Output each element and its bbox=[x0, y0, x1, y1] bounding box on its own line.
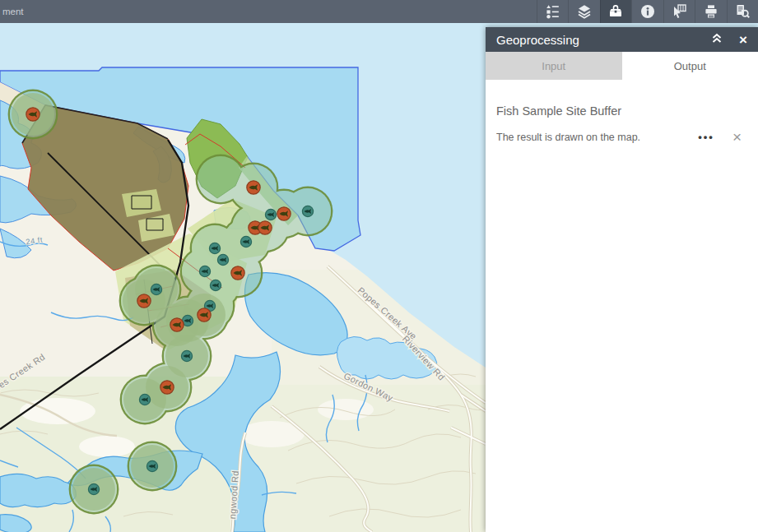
fish-sample-marker-orange[interactable] bbox=[277, 207, 291, 220]
fish-sample-marker-orange[interactable] bbox=[26, 108, 40, 121]
geoprocessing-panel: Geoprocessing × Input Output Fish Sample… bbox=[486, 27, 758, 532]
panel-header: Geoprocessing × bbox=[486, 27, 758, 52]
tab-output[interactable]: Output bbox=[622, 52, 758, 80]
panel-tabs: Input Output bbox=[486, 52, 758, 80]
fish-sample-marker-teal[interactable] bbox=[240, 236, 251, 247]
toolbox-icon bbox=[607, 3, 624, 20]
fish-sample-marker-teal[interactable] bbox=[151, 284, 161, 294]
toolstrip bbox=[537, 0, 758, 23]
fish-sample-marker-teal[interactable] bbox=[209, 243, 220, 253]
fish-sample-marker-orange[interactable] bbox=[258, 221, 272, 234]
result-row: The result is drawn on the map. ••• × bbox=[496, 129, 745, 145]
query-tool-button[interactable] bbox=[727, 0, 758, 23]
layer-list-tool-button[interactable] bbox=[568, 0, 600, 23]
geoprocessing-tool-button[interactable] bbox=[600, 0, 632, 23]
fish-sample-marker-orange[interactable] bbox=[170, 318, 184, 331]
fish-sample-marker-teal[interactable] bbox=[302, 206, 313, 216]
panel-title: Geoprocessing bbox=[496, 33, 579, 47]
legend-tool-button[interactable] bbox=[537, 0, 569, 23]
fish-sample-marker-orange[interactable] bbox=[160, 381, 174, 394]
collapse-panel-button[interactable] bbox=[711, 32, 723, 47]
info-icon bbox=[639, 3, 656, 20]
fish-sample-marker-orange[interactable] bbox=[137, 294, 151, 308]
about-tool-button[interactable] bbox=[631, 0, 663, 23]
result-close-button[interactable]: × bbox=[732, 129, 742, 145]
fish-sample-marker-teal[interactable] bbox=[146, 460, 157, 471]
print-icon bbox=[703, 3, 719, 20]
fish-sample-marker-teal[interactable] bbox=[139, 394, 150, 405]
double-chevron-up-icon bbox=[711, 32, 723, 47]
fish-sample-marker-teal[interactable] bbox=[88, 483, 99, 494]
fish-sample-marker-teal[interactable] bbox=[265, 209, 276, 220]
panel-close-button[interactable]: × bbox=[739, 33, 747, 47]
fish-sample-marker-teal[interactable] bbox=[217, 254, 228, 265]
app-title-partial: ment bbox=[0, 7, 24, 16]
result-status-text: The result is drawn on the map. bbox=[496, 132, 640, 143]
layers-icon bbox=[576, 3, 593, 20]
result-title: Fish Sample Site Buffer bbox=[496, 104, 745, 118]
fish-sample-marker-teal[interactable] bbox=[181, 350, 192, 361]
result-more-button[interactable]: ••• bbox=[698, 132, 714, 142]
print-tool-button[interactable] bbox=[695, 0, 727, 23]
fish-sample-marker-orange[interactable] bbox=[231, 266, 244, 280]
select-tool-button[interactable] bbox=[663, 0, 695, 23]
top-toolbar: ment bbox=[0, 0, 758, 23]
legend-icon bbox=[544, 3, 560, 20]
fish-sample-marker-orange[interactable] bbox=[247, 181, 260, 194]
fish-sample-marker-teal[interactable] bbox=[210, 280, 221, 290]
fish-sample-marker-teal[interactable] bbox=[199, 266, 210, 276]
query-icon bbox=[734, 3, 751, 20]
panel-body: Fish Sample Site Buffer The result is dr… bbox=[486, 80, 758, 145]
fish-sample-marker-orange[interactable] bbox=[198, 308, 211, 322]
select-pointer-icon bbox=[671, 3, 687, 20]
tab-input[interactable]: Input bbox=[486, 52, 622, 80]
